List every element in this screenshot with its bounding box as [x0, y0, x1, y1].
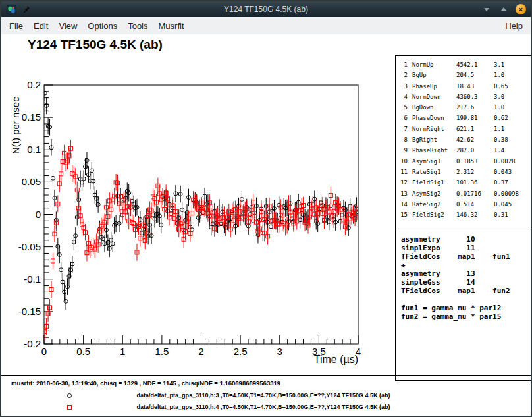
parameter-number: 10	[398, 156, 408, 167]
parameter-row: 6 PhaseDown 199.81 0.62	[398, 113, 531, 123]
window-title: Y124 TF150G 4.5K (ab)	[47, 1, 485, 17]
parameter-error: 0.62	[494, 113, 531, 123]
close-button[interactable]: ×	[516, 4, 526, 14]
parameter-row: 10 AsymSig1 0.1853 0.0028	[398, 156, 531, 167]
parameter-number: 14	[398, 199, 408, 209]
theory-line: fun1 = gamma_mu * par12	[401, 304, 532, 312]
menu-item-options[interactable]: Options	[82, 18, 122, 34]
legend-row-h3: data/deltat_pta_gps_3110,h:3 ,T0=4.50K,T…	[64, 392, 463, 401]
minimize-button[interactable]	[481, 4, 492, 14]
parameter-name: FieldSig1	[412, 177, 452, 188]
parameter-error: 0.38	[494, 134, 531, 145]
theory-line: TFieldCos map1 fun2	[401, 287, 532, 295]
open-square-marker-icon	[67, 405, 72, 410]
svg-text:0.05: 0.05	[22, 176, 41, 187]
pin-icon[interactable]	[21, 4, 32, 14]
parameter-value: 287.0	[456, 145, 489, 155]
theory-line	[401, 295, 532, 304]
parameter-row: 15 FieldSig2 146.32 0.31	[398, 209, 531, 220]
fit-info-line: musrfit: 2018-06-30, 13:19:40, chisq = 1…	[11, 379, 280, 387]
parameter-name: FieldSig2	[412, 209, 452, 220]
legend-label-h3: data/deltat_pta_gps_3110,h:3 ,T0=4.50K,T…	[64, 392, 463, 399]
parameter-row: 13 AsymSig2 0.01716 0.00098	[398, 188, 531, 199]
theory-line: +	[401, 261, 532, 269]
parameter-name: PhaseRight	[412, 145, 452, 155]
parameter-number: 13	[398, 188, 408, 199]
maximize-button[interactable]	[498, 4, 509, 14]
svg-text:0.5: 0.5	[76, 346, 90, 357]
parameter-name: RateSig2	[412, 199, 452, 209]
menu-item-edit[interactable]: Edit	[28, 18, 53, 34]
parameter-row: 8 BgRight 42.62 0.38	[398, 134, 531, 145]
parameter-name: BgDown	[412, 102, 452, 113]
parameter-error: 1.4	[494, 145, 531, 155]
parameter-value: 0.1853	[456, 156, 489, 167]
legend-label-h4: data/deltat_pta_gps_3110,h:4 ,T0=4.50K,T…	[64, 404, 463, 410]
parameter-value: 146.32	[456, 209, 489, 220]
parameter-error: 0.31	[494, 209, 531, 220]
parameter-error: 0.37	[494, 177, 531, 188]
parameter-value: 204.5	[456, 70, 489, 80]
theory-line: asymmetry 10	[401, 235, 532, 244]
theory-line: simplExpo 11	[401, 244, 532, 252]
parameter-row: 11 RateSig1 2.312 0.043	[398, 167, 531, 177]
parameter-number: 5	[398, 102, 408, 113]
svg-text:0: 0	[36, 209, 41, 220]
separator-line	[1, 375, 531, 376]
titlebar[interactable]: Y124 TF150G 4.5K (ab) ×	[1, 1, 531, 17]
parameter-number: 2	[398, 70, 408, 80]
parameter-number: 4	[398, 92, 408, 102]
parameter-number: 8	[398, 134, 408, 145]
parameter-error: 0.0028	[494, 156, 531, 167]
parameter-error: 1.1	[494, 124, 531, 134]
menu-item-help[interactable]: Help	[500, 18, 528, 34]
parameter-error: 3.0	[494, 92, 531, 102]
parameter-value: 0.514	[456, 199, 489, 209]
parameter-name: BgRight	[412, 134, 452, 145]
menu-item-view[interactable]: View	[53, 18, 82, 34]
data-series-square	[43, 140, 360, 340]
parameter-error: 0.045	[494, 199, 531, 209]
parameter-row: 4 NormDown 4360.3 3.0	[398, 92, 531, 102]
theory-line: asymmetry 13	[401, 269, 532, 278]
parameter-row: 12 FieldSig1 101.36 0.37	[398, 177, 531, 188]
parameter-name: AsymSig1	[412, 156, 452, 167]
parameter-row: 3 PhaseUp 18.43 0.65	[398, 81, 531, 92]
menu-item-tools[interactable]: Tools	[122, 18, 153, 34]
parameter-value: 217.6	[456, 102, 489, 113]
parameter-error: 0.043	[494, 167, 531, 177]
parameter-number: 6	[398, 113, 408, 123]
parameter-value: 18.43	[456, 81, 489, 92]
svg-text:-0.15: -0.15	[18, 306, 41, 317]
parameter-name: PhaseUp	[412, 81, 452, 92]
x-axis-title: Time (µs)	[314, 354, 358, 365]
svg-text:3: 3	[277, 346, 282, 357]
parameter-value: 2.312	[456, 167, 489, 177]
menubar: File Edit View Options Tools Musrfit Hel…	[1, 17, 531, 35]
svg-text:0.2: 0.2	[27, 79, 41, 90]
svg-text:0.15: 0.15	[22, 111, 41, 123]
parameter-name: PhaseDown	[412, 113, 452, 123]
menu-item-file[interactable]: File	[4, 18, 28, 34]
plot-canvas[interactable]: Y124 TF150G 4.5K (ab) 00.511.522.533.540…	[1, 34, 531, 416]
parameter-error: 0.65	[494, 81, 531, 92]
parameter-name: AsymSig2	[412, 188, 452, 199]
parameter-number: 3	[398, 81, 408, 92]
parameter-name: NormUp	[412, 59, 452, 70]
parameter-number: 1	[398, 59, 408, 70]
parameter-error: 1.0	[494, 70, 531, 80]
svg-text:1: 1	[120, 346, 125, 357]
svg-text:2.5: 2.5	[234, 346, 248, 357]
app-icon	[6, 4, 16, 14]
plot-svg[interactable]: 00.511.522.533.540.20.150.10.050-0.05-0.…	[1, 34, 396, 377]
y-axis-title: N(t) per nsec	[10, 97, 21, 154]
parameter-value: 0.01716	[456, 188, 489, 199]
parameter-name: BgUp	[412, 70, 452, 80]
parameter-row: 14 RateSig2 0.514 0.045	[398, 199, 531, 209]
svg-text:1.5: 1.5	[155, 346, 169, 357]
menu-item-musrfit[interactable]: Musrfit	[153, 18, 190, 34]
parameter-error: 3.1	[494, 59, 531, 70]
parameter-name: NormDown	[412, 92, 452, 102]
parameter-error: 1.0	[494, 102, 531, 113]
parameter-value: 42.62	[456, 134, 489, 145]
